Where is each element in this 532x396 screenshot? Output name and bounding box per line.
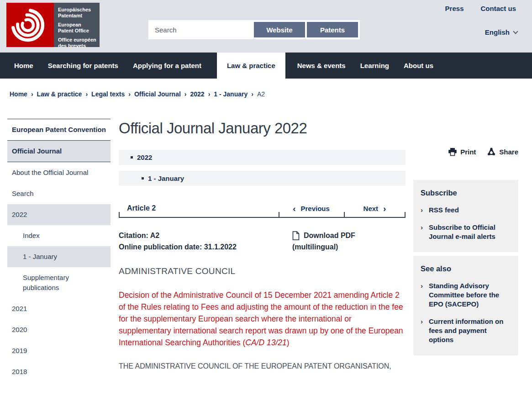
rss-feed-link[interactable]: › RSS feed bbox=[421, 206, 511, 215]
next-button[interactable]: Next › bbox=[344, 204, 406, 213]
breadcrumb-law-practice[interactable]: Law & practice bbox=[37, 90, 82, 98]
breadcrumb-2022[interactable]: 2022 bbox=[190, 90, 204, 98]
breadcrumb-separator-icon: › bbox=[31, 90, 33, 98]
breadcrumb-separator-icon: › bbox=[251, 90, 253, 98]
logo-line: Patent Office bbox=[58, 28, 100, 34]
breadcrumb-home[interactable]: Home bbox=[10, 90, 27, 98]
rss-feed-label: RSS feed bbox=[429, 206, 459, 215]
pager-tick bbox=[405, 212, 406, 217]
sidebar-item-search[interactable]: Search bbox=[7, 183, 111, 204]
sidebar-item-2022[interactable]: 2022 bbox=[7, 204, 111, 225]
breadcrumb-1-january[interactable]: 1 - January bbox=[214, 90, 248, 98]
subscribe-heading: Subscribe bbox=[421, 189, 511, 197]
breadcrumb-separator-icon: › bbox=[85, 90, 88, 98]
nav-item-law-and-practice[interactable]: Law & practice bbox=[217, 53, 285, 82]
citation-block: Citation: A2 Online publication date: 31… bbox=[119, 230, 292, 253]
sidebar-item-index[interactable]: Index bbox=[7, 225, 111, 246]
breadcrumb-separator-icon: › bbox=[184, 90, 187, 98]
sidebar-item-supplementary-publications[interactable]: Supplementary publications bbox=[7, 267, 111, 298]
main-nav: Home Searching for patents Applying for … bbox=[0, 53, 532, 79]
chevron-right-icon: › bbox=[421, 317, 423, 344]
pager-tick bbox=[279, 212, 279, 217]
sidebar-item-2018[interactable]: 2018 bbox=[7, 361, 111, 382]
sidebar-item-2019[interactable]: 2019 bbox=[7, 340, 111, 361]
press-link[interactable]: Press bbox=[445, 5, 464, 12]
site-header: Europäisches Patentamt European Patent O… bbox=[0, 0, 532, 53]
download-pdf-link[interactable]: Download PDF (multilingual) bbox=[292, 230, 355, 253]
citation-value: Citation: A2 bbox=[119, 230, 292, 241]
breadcrumb-separator-icon: › bbox=[128, 90, 131, 98]
sidebar-item-european-patent-convention[interactable]: European Patent Convention bbox=[7, 119, 111, 141]
see-also-box: See also › Standing Advisory Committee b… bbox=[413, 256, 518, 355]
logo-line: Patentamt bbox=[58, 13, 100, 19]
nav-item-searching-for-patents[interactable]: Searching for patents bbox=[41, 53, 126, 79]
page-title: Official Journal January 2022 bbox=[119, 120, 406, 137]
left-sidebar-nav: European Patent Convention Official Jour… bbox=[7, 119, 111, 382]
article-tab[interactable]: Article 2 bbox=[119, 204, 279, 212]
sacepo-label: Standing Advisory Committee before the E… bbox=[429, 281, 511, 309]
article-meta: Citation: A2 Online publication date: 31… bbox=[119, 230, 406, 253]
decision-ref-close: ) bbox=[287, 338, 290, 347]
previous-button[interactable]: ‹ Previous bbox=[279, 204, 344, 213]
subscribe-email-alerts-link[interactable]: › Subscribe to Official Journal e-mail a… bbox=[421, 223, 511, 241]
language-selector[interactable]: English bbox=[485, 28, 517, 36]
section-heading-administrative-council: ADMINISTRATIVE COUNCIL bbox=[119, 266, 406, 276]
nav-item-about-us[interactable]: About us bbox=[396, 53, 441, 79]
share-button[interactable]: Share bbox=[487, 147, 518, 156]
breadcrumb-separator-icon: › bbox=[208, 90, 211, 98]
main-column: Official Journal January 2022 2022 1 - J… bbox=[119, 113, 406, 372]
printer-icon bbox=[448, 148, 457, 156]
contact-us-link[interactable]: Contact us bbox=[480, 5, 516, 12]
chevron-right-icon: › bbox=[383, 204, 386, 213]
utility-links: Press Contact us bbox=[445, 5, 516, 12]
language-label: English bbox=[485, 28, 510, 36]
print-button[interactable]: Print bbox=[448, 148, 476, 156]
print-share-row: Print Share bbox=[413, 147, 518, 156]
nav-item-applying-for-a-patent[interactable]: Applying for a patent bbox=[126, 53, 209, 79]
search-input[interactable] bbox=[148, 20, 254, 39]
logo-line: European bbox=[58, 22, 100, 28]
decision-ref: CA/D 13/21 bbox=[245, 338, 286, 347]
previous-label: Previous bbox=[300, 205, 329, 212]
pager-tick bbox=[344, 212, 345, 217]
decision-title: Decision of the Administrative Council o… bbox=[119, 289, 406, 348]
next-label: Next bbox=[363, 205, 379, 212]
chevron-down-icon bbox=[513, 29, 518, 34]
content-area: European Patent Convention Official Jour… bbox=[0, 104, 532, 382]
square-bullet-icon bbox=[131, 156, 133, 158]
print-label: Print bbox=[460, 148, 476, 156]
chevron-left-icon: ‹ bbox=[293, 204, 295, 213]
chevron-right-icon: › bbox=[421, 206, 423, 215]
breadcrumb-legal-texts[interactable]: Legal texts bbox=[91, 90, 125, 98]
pager-tick bbox=[119, 212, 120, 217]
logo-line: Office européen bbox=[58, 37, 100, 43]
fees-payment-options-link[interactable]: › Current information on fees and paymen… bbox=[421, 317, 511, 344]
accordion-2022[interactable]: 2022 bbox=[119, 150, 406, 165]
sidebar-item-2020[interactable]: 2020 bbox=[7, 319, 111, 340]
accordion-1-january[interactable]: 1 - January bbox=[119, 171, 406, 186]
sidebar-item-2021[interactable]: 2021 bbox=[7, 298, 111, 319]
chevron-right-icon: › bbox=[421, 223, 423, 241]
share-icon bbox=[487, 147, 496, 156]
fees-payment-options-label: Current information on fees and payment … bbox=[429, 317, 511, 344]
epo-spiral-icon bbox=[11, 5, 50, 45]
search-patents-button[interactable]: Patents bbox=[307, 22, 358, 37]
epo-logo[interactable]: Europäisches Patentamt European Patent O… bbox=[6, 3, 100, 47]
subscribe-box: Subscribe › RSS feed › Subscribe to Offi… bbox=[413, 180, 518, 252]
breadcrumb-official-journal[interactable]: Official Journal bbox=[134, 90, 181, 98]
subscribe-email-alerts-label: Subscribe to Official Journal e-mail ale… bbox=[429, 223, 511, 241]
share-label: Share bbox=[499, 148, 518, 156]
sacepo-link[interactable]: › Standing Advisory Committee before the… bbox=[421, 281, 511, 309]
search-website-button[interactable]: Website bbox=[254, 22, 305, 37]
pdf-document-icon bbox=[292, 231, 300, 240]
download-pdf-label: Download PDF bbox=[304, 230, 355, 241]
nav-item-news-and-events[interactable]: News & events bbox=[290, 53, 353, 79]
sidebar-item-about-the-official-journal[interactable]: About the Official Journal bbox=[7, 162, 111, 183]
sidebar-item-1-january[interactable]: 1 - January bbox=[7, 246, 111, 267]
right-column: Print Share Subscribe › RS bbox=[413, 113, 518, 355]
see-also-heading: See also bbox=[421, 264, 511, 273]
accordion-label: 1 - January bbox=[148, 174, 184, 182]
nav-item-home[interactable]: Home bbox=[7, 53, 41, 79]
sidebar-item-official-journal[interactable]: Official Journal bbox=[7, 141, 111, 162]
nav-item-learning[interactable]: Learning bbox=[353, 53, 396, 79]
